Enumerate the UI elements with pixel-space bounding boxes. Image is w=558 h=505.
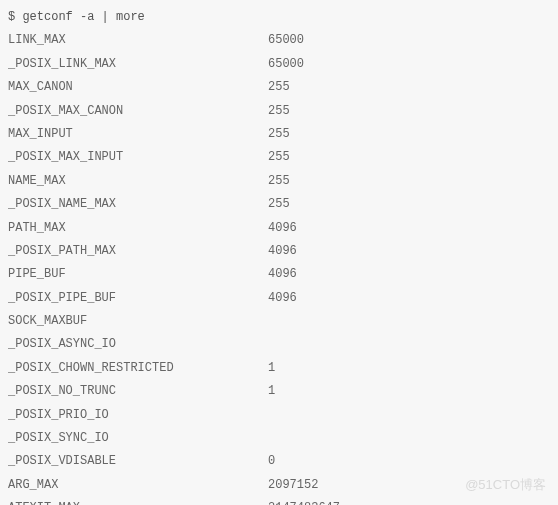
conf-value: 255 bbox=[268, 146, 290, 169]
command-line: $ getconf -a | more bbox=[8, 6, 550, 29]
conf-name: NAME_MAX bbox=[8, 170, 268, 193]
output-row: _POSIX_MAX_INPUT255 bbox=[8, 146, 550, 169]
conf-name: MAX_CANON bbox=[8, 76, 268, 99]
conf-name: _POSIX_PRIO_IO bbox=[8, 404, 268, 427]
conf-name: SOCK_MAXBUF bbox=[8, 310, 268, 333]
conf-name: ATEXIT_MAX bbox=[8, 497, 268, 505]
output-block: LINK_MAX65000_POSIX_LINK_MAX65000MAX_CAN… bbox=[8, 29, 550, 505]
conf-value: 255 bbox=[268, 170, 290, 193]
conf-value: 1 bbox=[268, 380, 275, 403]
output-row: MAX_INPUT255 bbox=[8, 123, 550, 146]
conf-value: 4096 bbox=[268, 217, 297, 240]
conf-value: 2147483647 bbox=[268, 497, 340, 505]
output-row: _POSIX_PRIO_IO bbox=[8, 404, 550, 427]
conf-name: _POSIX_SYNC_IO bbox=[8, 427, 268, 450]
conf-value: 255 bbox=[268, 76, 290, 99]
output-row: _POSIX_LINK_MAX65000 bbox=[8, 53, 550, 76]
output-row: SOCK_MAXBUF bbox=[8, 310, 550, 333]
output-row: _POSIX_NO_TRUNC1 bbox=[8, 380, 550, 403]
conf-name: _POSIX_PATH_MAX bbox=[8, 240, 268, 263]
watermark: @51CTO博客 bbox=[465, 472, 546, 497]
conf-name: _POSIX_LINK_MAX bbox=[8, 53, 268, 76]
conf-value: 4096 bbox=[268, 263, 297, 286]
output-row: _POSIX_NAME_MAX255 bbox=[8, 193, 550, 216]
conf-value: 0 bbox=[268, 450, 275, 473]
conf-name: _POSIX_NAME_MAX bbox=[8, 193, 268, 216]
conf-value: 2097152 bbox=[268, 474, 318, 497]
conf-name: PIPE_BUF bbox=[8, 263, 268, 286]
output-row: PIPE_BUF4096 bbox=[8, 263, 550, 286]
output-row: LINK_MAX65000 bbox=[8, 29, 550, 52]
output-row: _POSIX_CHOWN_RESTRICTED1 bbox=[8, 357, 550, 380]
conf-name: ARG_MAX bbox=[8, 474, 268, 497]
conf-name: MAX_INPUT bbox=[8, 123, 268, 146]
output-row: _POSIX_ASYNC_IO bbox=[8, 333, 550, 356]
conf-name: _POSIX_MAX_CANON bbox=[8, 100, 268, 123]
output-row: _POSIX_SYNC_IO bbox=[8, 427, 550, 450]
conf-value: 65000 bbox=[268, 53, 304, 76]
conf-value: 255 bbox=[268, 100, 290, 123]
conf-name: _POSIX_MAX_INPUT bbox=[8, 146, 268, 169]
output-row: PATH_MAX4096 bbox=[8, 217, 550, 240]
conf-value: 65000 bbox=[268, 29, 304, 52]
conf-value: 255 bbox=[268, 193, 290, 216]
conf-name: _POSIX_PIPE_BUF bbox=[8, 287, 268, 310]
conf-name: LINK_MAX bbox=[8, 29, 268, 52]
conf-name: PATH_MAX bbox=[8, 217, 268, 240]
output-row: _POSIX_PATH_MAX4096 bbox=[8, 240, 550, 263]
conf-name: _POSIX_ASYNC_IO bbox=[8, 333, 268, 356]
conf-name: _POSIX_VDISABLE bbox=[8, 450, 268, 473]
output-row: _POSIX_VDISABLE0 bbox=[8, 450, 550, 473]
output-row: _POSIX_PIPE_BUF4096 bbox=[8, 287, 550, 310]
conf-name: _POSIX_NO_TRUNC bbox=[8, 380, 268, 403]
output-row: _POSIX_MAX_CANON255 bbox=[8, 100, 550, 123]
output-row: ATEXIT_MAX2147483647 bbox=[8, 497, 550, 505]
conf-value: 1 bbox=[268, 357, 275, 380]
conf-name: _POSIX_CHOWN_RESTRICTED bbox=[8, 357, 268, 380]
output-row: MAX_CANON255 bbox=[8, 76, 550, 99]
conf-value: 4096 bbox=[268, 287, 297, 310]
conf-value: 4096 bbox=[268, 240, 297, 263]
output-row: NAME_MAX255 bbox=[8, 170, 550, 193]
conf-value: 255 bbox=[268, 123, 290, 146]
